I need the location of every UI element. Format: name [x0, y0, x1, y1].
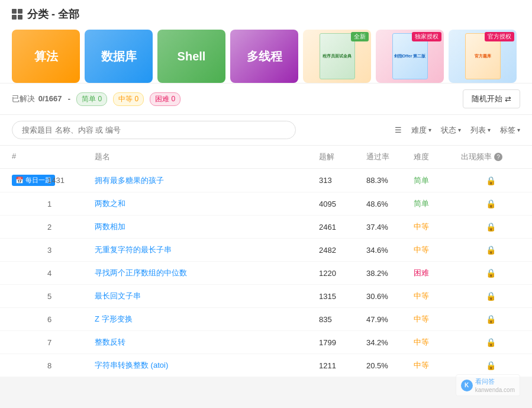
- table-row: 7 整数反转 1799 34.2% 中等 🔒: [0, 331, 532, 354]
- daily-badge-cell: 📅 每日一题: [12, 175, 47, 186]
- col-hash: #: [12, 152, 47, 162]
- page: 分类 - 全部 算法 数据库 Shell 多线程 全新 程序员面试金典: [0, 0, 532, 408]
- problem-title-link[interactable]: 最长回文子串: [95, 291, 141, 300]
- toolbar: ☰ 难度 ▾ 状态 ▾ 列表 ▾ 标签 ▾: [0, 115, 532, 146]
- chevron-down-icon-4: ▾: [517, 127, 520, 133]
- pass-rate: 48.6%: [366, 200, 414, 208]
- difficulty-filter[interactable]: 难度 ▾: [411, 125, 431, 136]
- table-row: 3 无重复字符的最长子串 2482 34.6% 中等 🔒: [0, 239, 532, 262]
- easy-badge[interactable]: 简单 0: [76, 92, 107, 106]
- lock-icon: 🔒: [461, 338, 520, 347]
- book-card-2[interactable]: 独家授权 剑指Offer 第二版: [376, 30, 444, 83]
- col-num-spacer: [47, 152, 95, 162]
- book-cover-1: 程序员面试金典: [320, 33, 355, 79]
- table-header: # 题名 题解 通过率 难度 出现频率 ?: [0, 146, 532, 169]
- pass-rate: 20.5%: [366, 361, 414, 370]
- categories-bar: 算法 数据库 Shell 多线程 全新 程序员面试金典 独家授: [12, 30, 520, 83]
- hard-badge[interactable]: 困难 0: [150, 92, 180, 106]
- grid-icon: [12, 9, 22, 20]
- header: 分类 - 全部 算法 数据库 Shell 多线程 全新 程序员面试金典: [0, 0, 532, 83]
- col-difficulty: 难度: [414, 152, 461, 162]
- title-text: 分类 - 全部: [27, 7, 79, 21]
- table-row: 5 最长回文子串 1315 30.6% 中等 🔒: [0, 285, 532, 308]
- chevron-down-icon-2: ▾: [458, 127, 461, 133]
- pass-rate: 30.6%: [366, 292, 414, 301]
- col-passrate: 通过率: [366, 152, 414, 162]
- lock-icon: 🔒: [461, 222, 520, 232]
- problem-title-link[interactable]: 无重复字符的最长子串: [95, 245, 172, 254]
- problem-number: 8: [47, 361, 95, 370]
- col-solutions: 题解: [319, 152, 366, 162]
- solutions-count: 1799: [319, 338, 366, 347]
- lock-icon: 🔒: [461, 361, 520, 370]
- problem-title-link[interactable]: 两数之和: [95, 199, 125, 208]
- problem-title-link[interactable]: 字符串转换整数 (atoi): [95, 361, 168, 370]
- difficulty-label: 困难: [414, 268, 461, 278]
- pass-rate: 34.2%: [366, 338, 414, 347]
- difficulty-label: 简单: [414, 198, 461, 209]
- problem-number: 1: [47, 200, 95, 208]
- book-badge-new: 全新: [351, 32, 369, 41]
- category-shell[interactable]: Shell: [157, 30, 225, 83]
- difficulty-label: 简单: [414, 175, 461, 186]
- medium-badge[interactable]: 中等 0: [113, 92, 144, 106]
- pass-rate: 88.3%: [366, 176, 414, 185]
- problem-number: 4: [47, 269, 95, 278]
- page-title: 分类 - 全部: [12, 7, 520, 21]
- watermark-text: 看问答 kanwenda.com: [475, 377, 515, 393]
- problem-title-link[interactable]: 寻找两个正序数组的中位数: [95, 268, 187, 277]
- problem-number: 6: [47, 315, 95, 324]
- problem-number: 5: [47, 292, 95, 301]
- k-logo: K: [461, 380, 473, 391]
- difficulty-label: 中等: [414, 291, 461, 301]
- problem-title-link[interactable]: 两数相加: [95, 222, 125, 231]
- table-row: 4 寻找两个正序数组的中位数 1220 38.2% 困难 🔒: [0, 262, 532, 285]
- book-badge-official: 官方授权: [485, 32, 514, 41]
- tag-filter[interactable]: 标签 ▾: [500, 125, 520, 136]
- pass-rate: 37.4%: [366, 223, 414, 232]
- problem-number: 7: [47, 338, 95, 347]
- problem-title-link[interactable]: 整数反转: [95, 338, 125, 346]
- problem-number: 3: [47, 246, 95, 255]
- chevron-down-icon: ▾: [428, 127, 431, 133]
- list-filter[interactable]: 列表 ▾: [470, 125, 491, 136]
- status-filter[interactable]: 状态 ▾: [441, 125, 461, 136]
- solutions-count: 1220: [319, 269, 366, 278]
- lock-icon: 🔒: [461, 314, 520, 324]
- col-frequency: 出现频率 ?: [461, 152, 520, 162]
- problem-title-link[interactable]: 拥有最多糖果的孩子: [95, 176, 164, 185]
- difficulty-label: 中等: [414, 245, 461, 255]
- watermark: K 看问答 kanwenda.com: [456, 374, 520, 396]
- lock-icon: 🔒: [461, 199, 520, 208]
- table-row: 2 两数相加 2461 37.4% 中等 🔒: [0, 216, 532, 239]
- solutions-count: 2461: [319, 223, 366, 232]
- solved-label: 已解决 0/1667: [12, 94, 62, 104]
- chevron-down-icon-3: ▾: [488, 127, 491, 133]
- search-input[interactable]: [12, 121, 296, 139]
- lock-icon: 🔒: [461, 291, 520, 301]
- book-card-3[interactable]: 官方授权 官方题库: [449, 30, 517, 83]
- category-multithread[interactable]: 多线程: [230, 30, 298, 83]
- category-database[interactable]: 数据库: [85, 30, 153, 83]
- lock-icon: 🔒: [461, 268, 520, 278]
- category-algorithms[interactable]: 算法: [12, 30, 80, 83]
- problem-number: 1431: [47, 176, 95, 185]
- table-row: 📅 每日一题 1431 拥有最多糖果的孩子 313 88.3% 简单 🔒: [0, 169, 532, 192]
- pass-rate: 34.6%: [366, 246, 414, 255]
- solutions-count: 1211: [319, 361, 366, 370]
- problem-title-link[interactable]: Z 字形变换: [95, 314, 133, 323]
- solutions-count: 2482: [319, 246, 366, 255]
- table-row: 1 两数之和 4095 48.6% 简单 🔒: [0, 192, 532, 216]
- book-card-1[interactable]: 全新 程序员面试金典: [303, 30, 371, 83]
- problems-table: # 题名 题解 通过率 难度 出现频率 ? 📅 每日一题 1431 拥有最多糖果…: [0, 146, 532, 377]
- shuffle-icon: ⇄: [505, 95, 511, 104]
- difficulty-label: 中等: [414, 314, 461, 325]
- table-row: 8 字符串转换整数 (atoi) 1211 20.5% 中等 🔒: [0, 354, 532, 377]
- stats-bar: 已解决 0/1667 - 简单 0 中等 0 困难 0 随机开始 ⇄: [0, 83, 532, 115]
- lock-icon: 🔒: [461, 245, 520, 255]
- col-title: 题名: [95, 152, 319, 162]
- random-start-button[interactable]: 随机开始 ⇄: [463, 89, 520, 108]
- difficulty-label: 中等: [414, 360, 461, 371]
- problem-number: 2: [47, 223, 95, 232]
- help-icon[interactable]: ?: [494, 153, 502, 161]
